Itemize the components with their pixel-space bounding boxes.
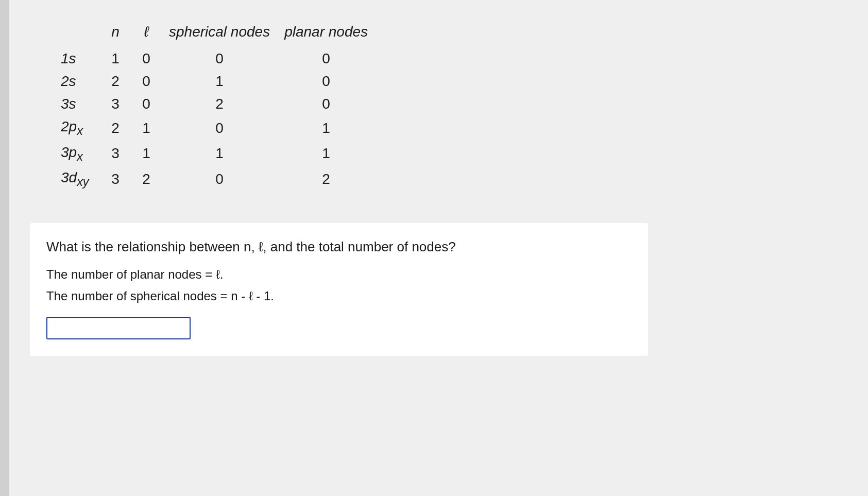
planar-nodes-formula: The number of planar nodes = ℓ. (46, 265, 632, 284)
orbital-table: n ℓ spherical nodes planar nodes 1s 1 0 … (61, 21, 382, 192)
n-value-3px: 3 (107, 141, 138, 167)
n-value-2px: 2 (107, 115, 138, 141)
n-value-3s: 3 (107, 93, 138, 115)
orbital-label-3px: 3px (61, 141, 107, 167)
n-value-3dxy: 3 (107, 166, 138, 192)
table-row: 3s 3 0 2 0 (61, 93, 382, 115)
col-header-spherical: spherical nodes (169, 21, 284, 47)
answer-box-area: What is the relationship between n, ℓ, a… (30, 223, 648, 356)
planar-value-2px: 1 (284, 115, 382, 141)
table-row: 2px 2 1 0 1 (61, 115, 382, 141)
spherical-value-1s: 0 (169, 47, 284, 70)
question-text: What is the relationship between n, ℓ, a… (46, 237, 632, 256)
table-row: 1s 1 0 0 0 (61, 47, 382, 70)
orbital-label-1s: 1s (61, 47, 107, 70)
main-content: n ℓ spherical nodes planar nodes 1s 1 0 … (9, 0, 868, 496)
table-row: 3px 3 1 1 1 (61, 141, 382, 167)
table-area: n ℓ spherical nodes planar nodes 1s 1 0 … (30, 15, 847, 202)
col-header-l: ℓ (138, 21, 169, 47)
l-value-3px: 1 (138, 141, 169, 167)
orbital-label-3s: 3s (61, 93, 107, 115)
answer-input[interactable] (46, 317, 191, 339)
table-row: 3dxy 3 2 0 2 (61, 166, 382, 192)
planar-value-3s: 0 (284, 93, 382, 115)
planar-value-3dxy: 2 (284, 166, 382, 192)
spherical-value-3px: 1 (169, 141, 284, 167)
orbital-label-2px: 2px (61, 115, 107, 141)
n-value-1s: 1 (107, 47, 138, 70)
spherical-value-3s: 2 (169, 93, 284, 115)
planar-value-2s: 0 (284, 70, 382, 93)
l-value-3dxy: 2 (138, 166, 169, 192)
n-value-2s: 2 (107, 70, 138, 93)
l-value-2s: 0 (138, 70, 169, 93)
orbital-label-3dxy: 3dxy (61, 166, 107, 192)
l-value-1s: 0 (138, 47, 169, 70)
col-header-planar: planar nodes (284, 21, 382, 47)
table-row: 2s 2 0 1 0 (61, 70, 382, 93)
spherical-value-3dxy: 0 (169, 166, 284, 192)
spherical-nodes-formula: The number of spherical nodes = n - ℓ - … (46, 287, 632, 305)
spherical-value-2px: 0 (169, 115, 284, 141)
l-value-3s: 0 (138, 93, 169, 115)
planar-value-1s: 0 (284, 47, 382, 70)
left-sidebar (0, 0, 9, 496)
table-header-row: n ℓ spherical nodes planar nodes (61, 21, 382, 47)
col-header-n: n (107, 21, 138, 47)
input-wrapper (46, 317, 632, 339)
planar-value-3px: 1 (284, 141, 382, 167)
l-value-2px: 1 (138, 115, 169, 141)
orbital-label-2s: 2s (61, 70, 107, 93)
col-header-orbital (61, 21, 107, 47)
spherical-value-2s: 1 (169, 70, 284, 93)
